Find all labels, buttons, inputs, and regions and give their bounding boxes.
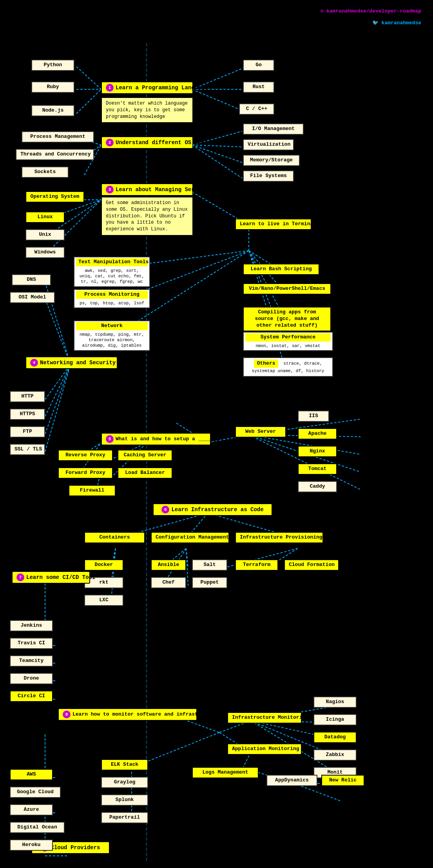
webserver-node: Web Server: [235, 426, 286, 438]
svg-line-31: [45, 364, 71, 434]
salt-node: Salt: [192, 559, 227, 571]
caddy-node: Caddy: [298, 481, 337, 492]
newrelic-node: New Relic: [321, 775, 364, 786]
svg-line-0: [76, 67, 101, 89]
osi-node: OSI Model: [10, 292, 55, 303]
step5-number: 5: [106, 435, 114, 443]
github-link[interactable]: ⚙ kamranahmedse/developer-roadmap: [321, 8, 421, 14]
svg-line-2: [76, 89, 101, 114]
chef-node: Chef: [151, 577, 186, 588]
step3-desc: Get some administration in some OS. Espe…: [101, 197, 193, 236]
splunk-node: Splunk: [101, 794, 148, 806]
logs-node: Logs Management: [192, 767, 259, 778]
step3-number: 3: [106, 186, 114, 193]
step5-node: 5What is and how to setup a __________: [101, 433, 211, 445]
dns-node: DNS: [12, 274, 51, 286]
http-node: HTTP: [10, 391, 45, 402]
svg-line-5: [192, 89, 242, 110]
drone-node: Drone: [10, 673, 53, 684]
svg-line-16: [45, 200, 101, 255]
vim-node: Vim/Nano/PowerShell/Emacs: [243, 283, 331, 295]
step3-node: 3Learn about Managing Servers: [101, 183, 193, 196]
svg-line-28: [45, 299, 71, 364]
ftp-node: FTP: [10, 426, 45, 438]
papertrail-node: Papertrail: [101, 812, 148, 823]
linux-node: Linux: [25, 212, 65, 223]
nodejs-node: Node.js: [31, 105, 74, 116]
terraform-node: Terraform: [235, 559, 278, 571]
containers-node: Containers: [84, 532, 145, 543]
step2-number: 2: [106, 139, 114, 146]
app-mon-node: Application Monitoring: [227, 743, 302, 755]
step8-node: 8Learn how to monitor software and infra…: [58, 708, 197, 721]
step6-number: 6: [161, 506, 169, 514]
terminal-node: Learn to live in Terminal: [235, 219, 312, 230]
reverse-proxy-node: Reverse Proxy: [58, 450, 113, 461]
docker-node: Docker: [84, 559, 123, 571]
unix-node: Unix: [25, 229, 65, 241]
tomcat-node: Tomcat: [298, 463, 337, 475]
lxc-node: LXC: [84, 595, 123, 606]
others-header: Others strace, dtrace, systemtap uname, …: [243, 357, 333, 377]
step4-node: 4Networking and Security: [25, 356, 118, 369]
forward-proxy-node: Forward Proxy: [58, 467, 113, 479]
https-node: HTTPS: [10, 409, 45, 420]
io-node: I/O Management: [243, 123, 304, 135]
elk-node: ELK Stack: [101, 759, 148, 770]
cloudformation-node: Cloud Formation: [284, 559, 339, 571]
fw-node: Firewall: [69, 485, 116, 496]
lb-node: Load Balancer: [118, 467, 172, 479]
heroku-node: Heroku: [10, 839, 53, 851]
step7-node: 7Learn some CI/CD Tool: [12, 571, 90, 584]
circleci-node: Circle CI: [10, 691, 53, 702]
virt-node: Virtualization: [243, 139, 294, 150]
step8-number: 8: [63, 711, 71, 718]
ssl-node: SSL / TLS: [10, 444, 45, 455]
net-header: Network nmap, tcpdump, ping, mtr, tracer…: [74, 320, 150, 351]
icinga-node: Icinga: [313, 714, 357, 725]
ruby-node: Ruby: [31, 81, 74, 93]
twitter-link[interactable]: 🐦 kamranahmedse: [372, 20, 421, 26]
go-node: Go: [243, 60, 274, 71]
python-node: Python: [31, 60, 74, 71]
azure-node: Azure: [10, 804, 53, 816]
files-node: File Systems: [243, 170, 294, 182]
datadog-node: Datadog: [313, 732, 357, 743]
apache-node: Apache: [298, 428, 337, 439]
memory-node: Memory/Storage: [243, 155, 300, 166]
step7-number: 7: [16, 573, 24, 581]
appdyn-node: AppDynamics: [266, 775, 317, 786]
step1-desc: Doesn't matter which language you pick, …: [101, 97, 193, 123]
text-tools-header: Text Manipulation Tools awk, sed, grep, …: [74, 257, 150, 287]
sockets-node: Sockets: [22, 166, 69, 178]
sysperf-header: System Performance nmon, iostat, sar, vm…: [243, 332, 333, 351]
twitter-icon: 🐦: [372, 20, 379, 26]
svg-line-54: [186, 548, 188, 586]
graylog-node: Graylog: [101, 777, 148, 788]
compile-node: Compiling apps from source (gcc, make an…: [243, 307, 331, 331]
svg-line-53: [186, 548, 188, 568]
threads-node: Threads and Concurrency: [16, 149, 94, 160]
zabbix-node: Zabbix: [313, 749, 357, 761]
configmgmt-node: Configuration Management: [151, 532, 229, 543]
bash-node: Learn Bash Scripting: [243, 264, 319, 275]
puppet-node: Puppet: [192, 577, 227, 588]
ansible-node: Ansible: [151, 559, 186, 571]
nginx-node: Nginx: [298, 446, 337, 457]
jenkins-node: Jenkins: [10, 620, 53, 631]
svg-line-12: [192, 145, 242, 178]
cpp-node: C / C++: [239, 103, 274, 115]
travis-node: Travis CI: [10, 638, 53, 649]
step4-number: 4: [30, 359, 38, 367]
aws-node: AWS: [10, 769, 53, 780]
svg-line-32: [45, 364, 71, 452]
infra-mon-node: Infrastructure Monitoring: [227, 712, 302, 723]
digital-ocean-node: Digital Ocean: [10, 822, 65, 833]
step1-number: 1: [106, 84, 114, 92]
rust-node: Rust: [243, 81, 274, 93]
nagios-node: Nagios: [313, 696, 357, 708]
svg-line-30: [45, 364, 71, 416]
teamcity-node: Teamcity: [10, 655, 53, 667]
step6-node: 6Learn Infrastructure as Code: [153, 503, 272, 516]
iis-node: IIS: [298, 410, 329, 422]
